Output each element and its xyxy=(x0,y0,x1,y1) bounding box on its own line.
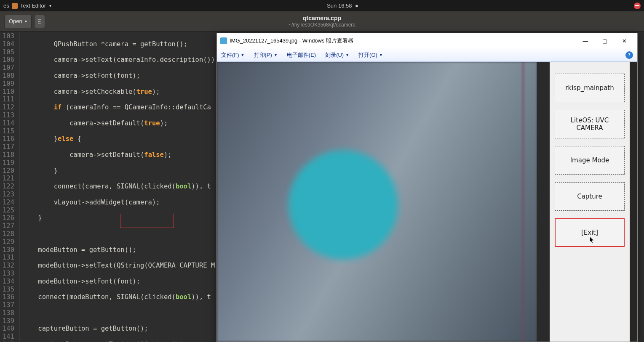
menu-open[interactable]: 打开(O)▼ xyxy=(358,51,383,59)
cursor-icon xyxy=(589,236,595,244)
maximize-button[interactable]: ▢ xyxy=(595,34,615,47)
line-number-gutter: 1031041051061071081091101111121131141151… xyxy=(0,32,20,342)
photo-screen-area xyxy=(217,62,537,342)
photo-viewer-window[interactable]: IMG_20221127_165439.jpg - Windows 照片查看器 … xyxy=(216,33,638,342)
header-title-block: qtcamera.cpp ~/myTest/OK3568/qt/qcamera xyxy=(0,15,644,28)
code-content[interactable]: QPushButton *camera = getButton(); camer… xyxy=(20,32,215,342)
chevron-down-icon: ▾ xyxy=(25,19,27,24)
photo-blue-circle xyxy=(289,150,398,260)
document-new-icon: ⍇ xyxy=(38,18,41,24)
text-editor-icon xyxy=(12,3,18,9)
photo-vertical-line xyxy=(522,62,524,342)
menu-burn[interactable]: 刻录(U)▼ xyxy=(325,51,349,59)
panel-left: es Text Editor ▾ xyxy=(3,3,51,9)
camera-button-liteos[interactable]: LiteOS: UVC CAMERA xyxy=(555,110,625,138)
minimize-button[interactable]: — xyxy=(576,34,595,47)
window-titlebar[interactable]: IMG_20221127_165439.jpg - Windows 照片查看器 … xyxy=(217,33,637,48)
panel-right xyxy=(634,3,641,9)
new-tab-button[interactable]: ⍇ xyxy=(34,15,45,28)
close-button[interactable]: ✕ xyxy=(615,34,634,47)
window-title: IMG_20221127_165439.jpg - Windows 照片查看器 xyxy=(230,37,353,45)
menu-email[interactable]: 电子邮件(E) xyxy=(287,51,316,59)
menu-print[interactable]: 打印(P)▼ xyxy=(254,51,278,59)
document-title: qtcamera.cpp xyxy=(0,15,644,21)
capture-button[interactable]: Capture xyxy=(555,182,625,211)
recording-dot-icon: ● xyxy=(355,3,358,9)
app-menu-label[interactable]: Text Editor xyxy=(20,3,46,9)
panel-clock[interactable]: Sun 16:58 ● xyxy=(51,3,634,9)
app-side-panel: rkisp_mainpath LiteOS: UVC CAMERA Image … xyxy=(550,62,630,342)
displayed-photo: rkisp_mainpath LiteOS: UVC CAMERA Image … xyxy=(217,62,637,342)
photo-viewer-icon xyxy=(220,37,227,44)
open-button[interactable]: Open ▾ xyxy=(4,15,32,28)
document-path: ~/myTest/OK3568/qt/qcamera xyxy=(0,22,644,28)
menu-file[interactable]: 文件(F)▼ xyxy=(221,51,245,59)
close-icon[interactable] xyxy=(634,3,641,9)
photo-viewer-menubar: 文件(F)▼ 打印(P)▼ 电子邮件(E) 刻录(U)▼ 打开(O)▼ ? xyxy=(217,48,637,62)
help-icon[interactable]: ? xyxy=(625,51,633,59)
exit-button[interactable]: [Exit] xyxy=(555,218,625,247)
activities-fragment[interactable]: es xyxy=(3,3,9,9)
photo-gap xyxy=(537,62,550,342)
camera-button-rkisp[interactable]: rkisp_mainpath xyxy=(555,74,625,102)
mode-button[interactable]: Image Mode xyxy=(555,146,625,175)
photo-viewer-content: rkisp_mainpath LiteOS: UVC CAMERA Image … xyxy=(217,62,637,342)
editor-header-bar: Open ▾ ⍇ qtcamera.cpp ~/myTest/OK3568/qt… xyxy=(0,11,644,32)
gnome-top-panel: es Text Editor ▾ Sun 16:58 ● xyxy=(0,0,644,11)
